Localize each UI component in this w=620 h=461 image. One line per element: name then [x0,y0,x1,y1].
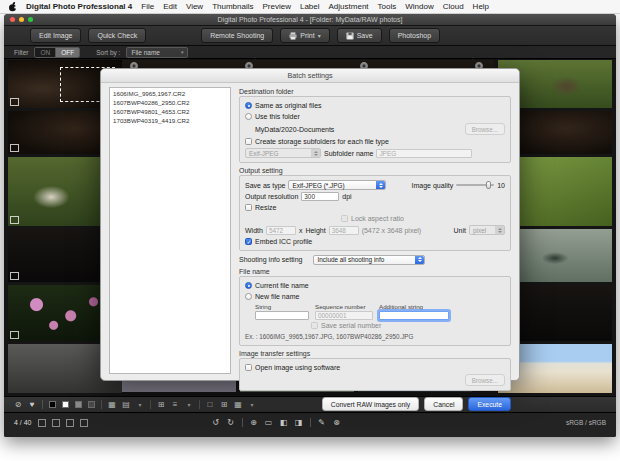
subfolder-name-input[interactable]: JPEG [376,149,472,158]
menu-help[interactable]: Help [473,2,489,11]
use-this-folder-radio[interactable] [245,113,252,120]
width-label: Width [245,227,263,234]
filter-on-option[interactable]: ON [35,48,55,57]
edit-icon[interactable]: ✎ [318,419,326,427]
create-subfolders-checkbox[interactable] [245,138,252,145]
menu-preview[interactable]: Preview [263,2,291,11]
check-mark-4[interactable] [80,419,88,427]
convert-raw-only-button[interactable]: Convert RAW images only [322,397,419,411]
save-button[interactable]: Save [337,28,382,43]
file-list-item[interactable]: 1703BWP40319_4419.CR2 [111,116,229,125]
photoshop-button[interactable]: Photoshop [389,28,440,43]
sort-by-label: Sort by : [96,49,120,56]
thumbnail-info-icon[interactable]: ⊞ [157,401,165,409]
height-input[interactable]: 3648 [329,226,359,235]
check-mark-1[interactable] [38,419,46,427]
check-mark-3[interactable] [66,419,74,427]
file-list[interactable]: 1606IMG_9965,1967.CR2 1607BWP40286_2950.… [109,87,231,374]
open-with-software-label: Open image using software [255,364,340,371]
reject-icon[interactable]: ⊘ [14,401,22,409]
cancel-button[interactable]: Cancel [424,397,463,411]
embed-icc-checkbox[interactable] [245,238,252,245]
output-resolution-input[interactable]: 300 [301,192,339,201]
print-button[interactable]: Print ▾ [280,28,329,43]
chevron-down-icon[interactable]: ▾ [136,402,144,408]
string-input[interactable] [255,311,309,320]
background-black-swatch[interactable] [49,401,56,408]
compare-right-icon[interactable]: ◨ [295,419,303,427]
transfer-browse-button[interactable]: Browse... [465,374,505,386]
file-name-example: Ex. : 1606IMG_9965,1967.JPG, 1607BWP4028… [245,333,413,340]
menu-app-name[interactable]: Digital Photo Professional 4 [26,2,132,11]
menu-tools[interactable]: Tools [378,2,397,11]
menu-view[interactable]: View [186,2,203,11]
remote-shooting-button[interactable]: Remote Shooting [201,28,273,43]
sequence-number-input[interactable]: 00000001 [315,311,373,320]
divider [101,400,102,409]
shooting-info-dropdown[interactable]: Include all shooting info [313,255,425,265]
output-setting-group: Save as type Exif-JPEG (*.JPG) Image qua… [239,175,511,251]
destination-browse-button[interactable]: Browse... [465,123,505,135]
edit-image-button[interactable]: Edit Image [30,28,81,43]
open-with-software-checkbox[interactable] [245,364,252,371]
favorite-icon[interactable]: ♥ [28,401,36,409]
lock-aspect-checkbox[interactable] [341,215,348,222]
background-gray-swatch[interactable] [75,401,82,408]
save-as-type-dropdown[interactable]: Exif-JPEG (*.JPG) [288,180,386,190]
thumbnail-grid-icon[interactable]: ▦ [108,401,116,409]
menu-thumbnails[interactable]: Thumbnails [212,2,253,11]
rotate-right-icon[interactable]: ↻ [227,419,235,427]
image-quality-slider[interactable] [456,184,494,186]
same-as-original-radio[interactable] [245,102,252,109]
delete-icon[interactable]: ⊗ [333,419,341,427]
minimize-window-button[interactable] [19,17,24,22]
file-list-item[interactable]: 1607BWP40286_2950.CR2 [111,98,229,107]
menu-window[interactable]: Window [405,2,433,11]
multi-view-icon[interactable]: ⊞ [220,401,228,409]
divider [150,400,151,409]
current-file-name-radio[interactable] [245,282,252,289]
slider-handle[interactable] [486,181,491,189]
resize-checkbox[interactable] [245,204,252,211]
dropdown-arrows-icon [495,226,504,234]
filter-toggle[interactable]: ON OFF [34,47,80,58]
sort-dropdown[interactable]: File name ▾ [126,47,188,58]
file-list-item[interactable]: 1606IMG_9965,1967.CR2 [111,89,229,98]
close-window-button[interactable] [10,17,15,22]
apple-icon[interactable] [8,2,17,12]
list-view-icon[interactable]: ≡ [171,401,179,409]
chevron-down-icon[interactable]: ▾ [185,402,193,408]
file-type-dropdown[interactable]: Exif-JPEG [245,148,321,158]
width-input[interactable]: 5472 [266,226,296,235]
divider [42,400,43,409]
image-quality-label: Image quality [412,182,454,189]
string-label: String [255,303,309,310]
menu-edit[interactable]: Edit [163,2,177,11]
menu-adjustment[interactable]: Adjustment [329,2,369,11]
menu-label[interactable]: Label [300,2,320,11]
zoom-window-button[interactable] [28,17,33,22]
menu-file[interactable]: File [141,2,154,11]
background-white-swatch[interactable] [62,401,69,408]
rotate-left-icon[interactable]: ↺ [212,419,220,427]
trimming-icon[interactable]: ▭ [265,419,273,427]
menu-cloud[interactable]: Cloud [443,2,464,11]
compare-left-icon[interactable]: ◧ [280,419,288,427]
quick-check-button[interactable]: Quick Check [88,28,146,43]
filter-off-option[interactable]: OFF [55,48,79,57]
zoom-icon[interactable]: ⊕ [250,419,258,427]
background-darkgray-swatch[interactable] [88,401,95,408]
additional-string-input[interactable] [379,311,449,320]
same-as-original-label: Same as original files [255,102,322,109]
check-mark-2[interactable] [52,419,60,427]
save-serial-checkbox[interactable] [311,322,318,329]
thumbnail-rows-icon[interactable]: ▤ [122,401,130,409]
execute-button[interactable]: Execute [468,397,511,411]
chevron-down-icon: ▾ [181,49,184,55]
unit-dropdown[interactable]: pixel [469,225,505,235]
single-view-icon[interactable]: □ [206,401,214,409]
file-list-item[interactable]: 1607BWP49801_4653.CR2 [111,107,229,116]
new-file-name-radio[interactable] [245,293,252,300]
check-mark-badge [10,272,19,280]
destination-folder-group: Same as original files Use this folder M… [239,96,511,163]
